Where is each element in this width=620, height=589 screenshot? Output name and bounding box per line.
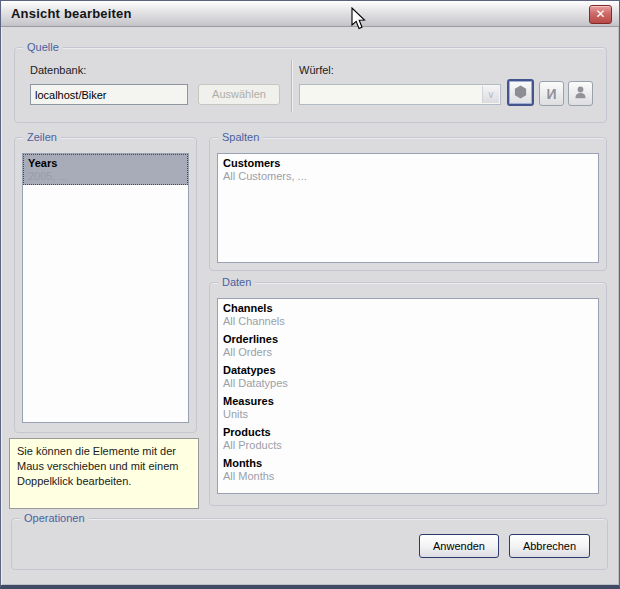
operationen-legend: Operationen	[20, 512, 89, 524]
daten-item-subtitle: All Channels	[223, 315, 593, 327]
daten-listbox[interactable]: Channels All Channels Orderlines All Ord…	[217, 298, 599, 494]
operationen-group: Operationen Anwenden Abbrechen	[11, 518, 608, 570]
daten-item-subtitle: All Orders	[223, 346, 593, 358]
datenbank-label: Datenbank:	[30, 64, 86, 76]
zeilen-group: Zeilen Years 2005, ...	[14, 137, 197, 433]
zeilen-item-title: Years	[28, 156, 183, 170]
auswaehlen-button[interactable]: Auswählen	[198, 84, 280, 105]
list-item[interactable]: Products All Products	[218, 423, 598, 454]
chevron-down-icon[interactable]: ∨	[482, 86, 499, 103]
daten-item-title: Measures	[223, 394, 593, 408]
quelle-separator	[291, 60, 292, 112]
abbrechen-button[interactable]: Abbrechen	[509, 534, 590, 558]
zeilen-legend: Zeilen	[23, 131, 61, 143]
daten-group: Daten Channels All Channels Orderlines A…	[209, 282, 607, 506]
list-item[interactable]: Channels All Channels	[218, 299, 598, 330]
list-item[interactable]: Measures Units	[218, 392, 598, 423]
hint-text-box: Sie können die Elemente mit der Maus ver…	[9, 438, 199, 509]
daten-item-subtitle: All Months	[223, 470, 593, 482]
quelle-group: Quelle Datenbank: Auswählen Würfel: ∨ И	[14, 47, 607, 123]
daten-item-title: Datatypes	[223, 363, 593, 377]
user-button[interactable]	[568, 81, 593, 106]
window-title: Ansicht bearbeiten	[11, 6, 132, 21]
zeilen-listbox[interactable]: Years 2005, ...	[22, 153, 189, 423]
dimension-button[interactable]: И	[539, 81, 564, 106]
wuerfel-label: Würfel:	[299, 64, 334, 76]
wuerfel-combobox[interactable]: ∨	[299, 84, 501, 105]
titlebar[interactable]: Ansicht bearbeiten ✕	[1, 1, 619, 27]
list-item[interactable]: Months All Months	[218, 454, 598, 485]
zeilen-item-subtitle: 2005, ...	[28, 170, 183, 182]
list-item[interactable]: Customers All Customers, ...	[218, 154, 598, 185]
spalten-item-subtitle: All Customers, ...	[223, 170, 593, 182]
cube-button[interactable]	[507, 79, 534, 106]
hint-text: Sie können die Elemente mit der Maus ver…	[17, 445, 178, 487]
close-button[interactable]: ✕	[589, 5, 612, 24]
daten-item-title: Months	[223, 456, 593, 470]
user-icon	[573, 85, 588, 102]
daten-legend: Daten	[218, 276, 255, 288]
cube-icon	[513, 84, 528, 102]
daten-item-title: Orderlines	[223, 332, 593, 346]
list-item[interactable]: Datatypes All Datatypes	[218, 361, 598, 392]
spalten-listbox[interactable]: Customers All Customers, ...	[217, 153, 599, 263]
daten-item-subtitle: Units	[223, 408, 593, 420]
close-icon: ✕	[595, 7, 605, 21]
datenbank-input[interactable]	[30, 84, 188, 105]
daten-item-subtitle: All Products	[223, 439, 593, 451]
dimension-icon: И	[546, 87, 556, 101]
spalten-group: Spalten Customers All Customers, ...	[209, 137, 607, 271]
list-item[interactable]: Orderlines All Orders	[218, 330, 598, 361]
daten-item-title: Channels	[223, 301, 593, 315]
daten-item-subtitle: All Datatypes	[223, 377, 593, 389]
anwenden-button[interactable]: Anwenden	[419, 534, 499, 558]
spalten-item-title: Customers	[223, 156, 593, 170]
list-item[interactable]: Years 2005, ...	[23, 154, 188, 185]
quelle-legend: Quelle	[23, 41, 63, 53]
dialog-window: Ansicht bearbeiten ✕ Quelle Datenbank: A…	[0, 0, 620, 589]
spalten-legend: Spalten	[218, 131, 263, 143]
daten-item-title: Products	[223, 425, 593, 439]
mouse-cursor	[351, 7, 367, 33]
